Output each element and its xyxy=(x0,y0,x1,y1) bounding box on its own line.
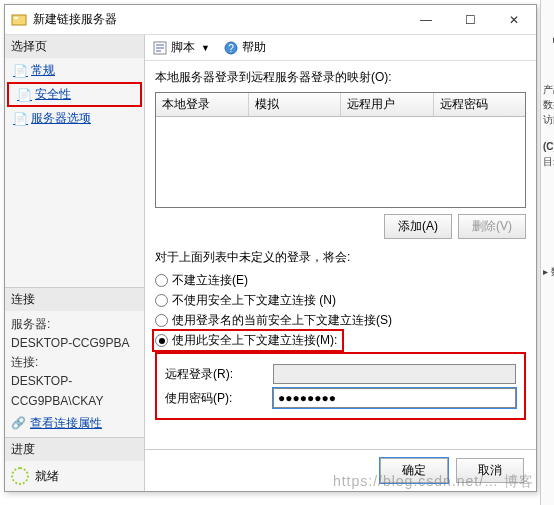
app-icon xyxy=(11,12,27,28)
view-conn-props-link[interactable]: 查看连接属性 xyxy=(30,414,102,433)
window-title: 新建链接服务器 xyxy=(33,11,404,28)
mapping-label: 本地服务器登录到远程服务器登录的映射(O): xyxy=(155,69,526,86)
nav-label: 服务器选项 xyxy=(31,110,91,127)
dialog-footer: 确定 取消 xyxy=(145,449,536,491)
radio-icon xyxy=(155,294,168,307)
nav-item-server-options[interactable]: 📄 服务器选项 xyxy=(5,108,144,129)
nav-label: 常规 xyxy=(31,62,55,79)
server-value: DESKTOP-CCG9PBA xyxy=(11,334,138,353)
cancel-button[interactable]: 取消 xyxy=(456,458,524,483)
script-icon xyxy=(153,41,167,55)
opt-label: 不使用安全上下文建立连接 (N) xyxy=(172,292,336,309)
nav-item-general[interactable]: 📄 常规 xyxy=(5,60,144,81)
dialog-window: 新建链接服务器 — ☐ ✕ 选择页 📄 常规 📄 xyxy=(4,4,537,492)
nav-highlight: 📄 安全性 xyxy=(7,82,142,107)
page-icon: 📄 xyxy=(13,64,27,78)
minimize-button[interactable]: — xyxy=(404,6,448,34)
conn-icon: 🔗 xyxy=(11,414,26,433)
help-label: 帮助 xyxy=(242,39,266,56)
grid-header: 本地登录 模拟 远程用户 远程密码 xyxy=(156,93,525,117)
toolbar: 脚本 ▼ ? 帮助 xyxy=(145,35,536,61)
col-remote-user: 远程用户 xyxy=(341,93,434,116)
radio-icon xyxy=(155,274,168,287)
right-pane: 脚本 ▼ ? 帮助 本地服务器登录到远程服务器登录的映射(O): 本地登 xyxy=(145,35,536,491)
remote-login-input[interactable] xyxy=(273,364,516,384)
connection-info: 服务器: DESKTOP-CCG9PBA 连接: DESKTOP-CCG9PBA… xyxy=(5,311,144,437)
col-remote-pwd: 远程密码 xyxy=(434,93,526,116)
opt-this-security[interactable]: 使用此安全上下文建立连接(M): xyxy=(155,332,341,349)
bg-labels: 产品名 数据源 访问接 (C) 目录 ▸ 数据 xyxy=(543,82,554,279)
progress-spinner-icon xyxy=(11,467,29,485)
page-icon: 📄 xyxy=(13,112,27,126)
undefined-login-note: 对于上面列表中未定义的登录，将会: xyxy=(155,249,526,266)
opt-label: 使用登录名的当前安全上下文建立连接(S) xyxy=(172,312,392,329)
conn-label: 连接: xyxy=(11,353,138,372)
add-button[interactable]: 添加(A) xyxy=(384,214,452,239)
radio-icon xyxy=(155,314,168,327)
opt-no-security[interactable]: 不使用安全上下文建立连接 (N) xyxy=(155,292,526,309)
titlebar: 新建链接服务器 — ☐ ✕ xyxy=(5,5,536,35)
script-label: 脚本 xyxy=(171,39,195,56)
maximize-button[interactable]: ☐ xyxy=(448,6,492,34)
progress-state: 就绪 xyxy=(35,468,59,485)
opt-label: 使用此安全上下文建立连接(M): xyxy=(172,332,337,349)
server-label: 服务器: xyxy=(11,315,138,334)
page-icon: 📄 xyxy=(17,88,31,102)
remote-login-label: 远程登录(R): xyxy=(165,366,265,383)
progress-header: 进度 xyxy=(5,438,144,461)
conn-value: DESKTOP-CCG9PBA\CKAY xyxy=(11,372,138,410)
remove-button: 删除(V) xyxy=(458,214,526,239)
col-impersonate: 模拟 xyxy=(249,93,342,116)
left-pane: 选择页 📄 常规 📄 安全性 📄 服务器选项 xyxy=(5,35,145,491)
help-icon: ? xyxy=(224,41,238,55)
svg-text:?: ? xyxy=(228,43,234,54)
help-button[interactable]: ? 帮助 xyxy=(224,39,266,56)
connection-header: 连接 xyxy=(5,288,144,311)
select-page-header: 选择页 xyxy=(5,35,144,58)
credentials-box: 远程登录(R): 使用密码(P): xyxy=(155,352,526,420)
svg-rect-0 xyxy=(12,15,26,25)
nav-label: 安全性 xyxy=(35,86,71,103)
remote-password-label: 使用密码(P): xyxy=(165,390,265,407)
chevron-down-icon: ▼ xyxy=(201,43,210,53)
ok-button[interactable]: 确定 xyxy=(380,458,448,483)
script-button[interactable]: 脚本 ▼ xyxy=(153,39,210,56)
close-button[interactable]: ✕ xyxy=(492,6,536,34)
svg-rect-1 xyxy=(14,17,18,19)
opt-current-security[interactable]: 使用登录名的当前安全上下文建立连接(S) xyxy=(155,312,526,329)
background-strip: ▸ 无间 产品名 数据源 访问接 (C) 目录 ▸ 数据 xyxy=(540,0,554,505)
opt-label: 不建立连接(E) xyxy=(172,272,248,289)
login-mapping-grid[interactable]: 本地登录 模拟 远程用户 远程密码 xyxy=(155,92,526,208)
radio-icon xyxy=(155,334,168,347)
remote-password-input[interactable] xyxy=(273,388,516,408)
nav-item-security[interactable]: 📄 安全性 xyxy=(9,84,140,105)
col-local-login: 本地登录 xyxy=(156,93,249,116)
opt-no-connect[interactable]: 不建立连接(E) xyxy=(155,272,526,289)
page-nav: 📄 常规 📄 安全性 📄 服务器选项 xyxy=(5,58,144,131)
